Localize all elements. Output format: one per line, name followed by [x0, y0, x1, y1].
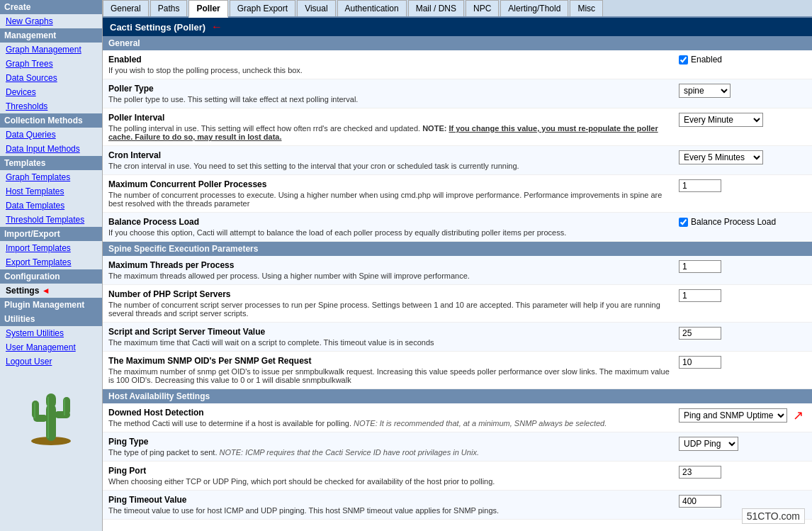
setting-row: Number of PHP Script ServersThe number o…	[103, 285, 812, 323]
tab-graph-export[interactable]: Graph Export	[230, 0, 295, 16]
setting-desc: When choosing either TCP or UDP Ping, wh…	[108, 477, 672, 486]
setting-select[interactable]: spinecmd.php	[679, 84, 731, 98]
sidebar-item-export-templates[interactable]: Export Templates	[0, 255, 102, 269]
setting-desc: The polling interval in use. This settin…	[108, 124, 672, 141]
setting-input[interactable]	[679, 356, 721, 369]
setting-input[interactable]	[679, 260, 721, 273]
setting-row: Poller IntervalThe polling interval in u…	[103, 108, 812, 146]
setting-label-col: Maximum Threads per ProcessThe maximum t…	[108, 260, 679, 280]
sidebar-section-utilities: Utilities	[0, 312, 102, 326]
sidebar-item-graph-trees[interactable]: Graph Trees	[0, 57, 102, 71]
setting-control-col	[679, 495, 806, 508]
setting-row: Ping PortWhen choosing either TCP or UDP…	[103, 462, 812, 491]
setting-control-col: Every MinuteEvery 5 MinutesEvery 10 Minu…	[679, 113, 806, 127]
setting-row: Cron IntervalThe cron interval in use. Y…	[103, 146, 812, 175]
setting-select[interactable]: Every MinuteEvery 5 MinutesEvery 10 Minu…	[679, 113, 763, 127]
sidebar-item-graph-management[interactable]: Graph Management	[0, 43, 102, 57]
page-title-bar: Cacti Settings (Poller) ←	[103, 18, 812, 36]
checkbox-label: Enabled	[691, 55, 722, 65]
setting-label-col: EnabledIf you wish to stop the polling p…	[108, 55, 679, 74]
sidebar-item-data-input-methods[interactable]: Data Input Methods	[0, 142, 102, 156]
setting-row: The Maximum SNMP OID's Per SNMP Get Requ…	[103, 352, 812, 389]
setting-input[interactable]	[679, 327, 721, 340]
page-title: Cacti Settings (Poller)	[110, 22, 205, 33]
setting-control-col: UDP PingTCP PingICMP Ping	[679, 437, 806, 451]
setting-label: Cron Interval	[108, 150, 672, 160]
sidebar-item-host-templates[interactable]: Host Templates	[0, 184, 102, 199]
tab-poller[interactable]: Poller	[188, 0, 227, 18]
setting-input[interactable]	[679, 289, 721, 302]
setting-label: Maximum Threads per Process	[108, 260, 672, 270]
setting-label: Poller Interval	[108, 113, 672, 123]
sidebar-section-plugin-management: Plugin Management	[0, 298, 102, 312]
sidebar-item-threshold-templates[interactable]: Threshold Templates	[0, 213, 102, 227]
setting-control-col: Ping and SNMP UptimeSNMP UptimePingNone↗	[679, 408, 806, 423]
tab-authentication[interactable]: Authentication	[337, 0, 407, 16]
setting-row: Ping Timeout ValueThe timeout value to u…	[103, 491, 812, 520]
setting-label: Poller Type	[108, 84, 672, 94]
setting-select[interactable]: Ping and SNMP UptimeSNMP UptimePingNone	[679, 408, 787, 423]
setting-desc: The maximum time that Cacti will wait on…	[108, 338, 672, 347]
tab-mail-dns[interactable]: Mail / DNS	[408, 0, 464, 16]
setting-desc: The method Cacti will use to determine i…	[108, 419, 672, 427]
setting-desc: The number of concurrent processes to ex…	[108, 191, 672, 208]
cactus-icon	[23, 376, 79, 447]
setting-label: Enabled	[108, 55, 672, 65]
setting-control-col	[679, 289, 806, 302]
sidebar-item-new-graphs[interactable]: New Graphs	[0, 14, 102, 28]
section-header-1: Spine Specific Execution Parameters	[103, 242, 812, 256]
sidebar-item-devices[interactable]: Devices	[0, 85, 102, 99]
setting-row: Downed Host DetectionThe method Cacti wi…	[103, 403, 812, 432]
sidebar-item-data-queries[interactable]: Data Queries	[0, 128, 102, 142]
tab-visual[interactable]: Visual	[297, 0, 335, 16]
setting-control-col: Balance Process Load	[679, 217, 806, 227]
setting-input[interactable]	[679, 495, 721, 508]
tab-paths[interactable]: Paths	[150, 0, 188, 16]
setting-select[interactable]: UDP PingTCP PingICMP Ping	[679, 437, 738, 451]
tab-npc[interactable]: NPC	[466, 0, 499, 16]
setting-control-col	[679, 260, 806, 273]
setting-select[interactable]: Every 5 MinutesEvery 10 MinutesEvery 15 …	[679, 150, 763, 164]
setting-label-col: Maximum Concurrent Poller ProcessesThe n…	[108, 179, 679, 208]
sidebar-item-logout-user[interactable]: Logout User	[0, 354, 102, 369]
section-header-0: General	[103, 36, 812, 50]
setting-label-col: The Maximum SNMP OID's Per SNMP Get Requ…	[108, 356, 679, 384]
settings-sections: GeneralEnabledIf you wish to stop the po…	[103, 36, 812, 520]
sidebar-section-configuration: Configuration	[0, 269, 102, 284]
setting-row: EnabledIf you wish to stop the polling p…	[103, 50, 812, 79]
setting-label: Maximum Concurrent Poller Processes	[108, 179, 672, 189]
setting-row: Poller TypeThe poller type to use. This …	[103, 79, 812, 108]
setting-input[interactable]	[679, 179, 721, 192]
setting-desc: If you wish to stop the polling process,…	[108, 66, 672, 74]
sidebar-item-system-utilities[interactable]: System Utilities	[0, 326, 102, 340]
sidebar-item-user-management[interactable]: User Management	[0, 340, 102, 354]
sidebar-item-data-sources[interactable]: Data Sources	[0, 71, 102, 85]
setting-label: Balance Process Load	[108, 217, 672, 227]
sidebar-section-collection-methods: Collection Methods	[0, 113, 102, 128]
setting-input[interactable]	[679, 466, 721, 479]
sidebar-item-thresholds[interactable]: Thresholds	[0, 99, 102, 113]
sidebar-item-settings[interactable]: Settings ◄	[0, 284, 102, 298]
setting-label-col: Poller IntervalThe polling interval in u…	[108, 113, 679, 141]
tab-alerting-thold[interactable]: Alerting/Thold	[500, 0, 568, 16]
setting-desc: The timeout value to use for host ICMP a…	[108, 506, 672, 515]
setting-label-col: Script and Script Server Timeout ValueTh…	[108, 327, 679, 347]
setting-row: Maximum Threads per ProcessThe maximum t…	[103, 256, 812, 285]
sidebar-section-import/export: Import/Export	[0, 227, 102, 241]
checkbox-label: Balance Process Load	[691, 217, 776, 227]
sidebar-item-data-templates[interactable]: Data Templates	[0, 199, 102, 213]
sidebar-item-graph-templates[interactable]: Graph Templates	[0, 170, 102, 184]
setting-label-col: Poller TypeThe poller type to use. This …	[108, 84, 679, 104]
settings-content: Cacti Settings (Poller) ← GeneralEnabled…	[103, 18, 812, 531]
sidebar-item-import-templates[interactable]: Import Templates	[0, 241, 102, 255]
tab-bar: GeneralPathsPollerGraph ExportVisualAuth…	[103, 0, 812, 18]
setting-label: Ping Type	[108, 437, 672, 447]
setting-checkbox[interactable]	[679, 55, 688, 65]
tab-misc[interactable]: Misc	[570, 0, 603, 16]
setting-label-col: Balance Process LoadIf you choose this o…	[108, 217, 679, 237]
tab-general[interactable]: General	[103, 0, 149, 16]
setting-desc: If you choose this option, Cacti will at…	[108, 228, 672, 237]
setting-checkbox[interactable]	[679, 218, 688, 227]
setting-label: The Maximum SNMP OID's Per SNMP Get Requ…	[108, 356, 672, 366]
main-content: GeneralPathsPollerGraph ExportVisualAuth…	[103, 0, 812, 531]
